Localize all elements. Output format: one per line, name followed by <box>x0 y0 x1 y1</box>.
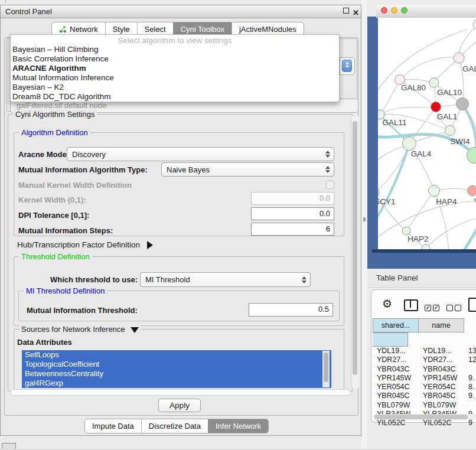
dpi-tolerance-field[interactable]: 0.0 <box>251 207 334 220</box>
float-window-button[interactable] <box>343 8 349 14</box>
which-threshold-value: MI Threshold <box>145 275 190 284</box>
sources-title-text: Sources for Network Inference <box>21 325 125 334</box>
table-row[interactable]: YPR145WYPR145W9. <box>373 374 476 383</box>
table-cell: YBR045C <box>419 392 464 400</box>
node-hap4[interactable] <box>429 185 440 197</box>
manual-kernel-checkbox[interactable] <box>326 181 334 189</box>
tab-cyni-toolbox[interactable]: Cyni Toolbox <box>173 22 232 35</box>
tab-select-label: Select <box>145 25 166 34</box>
table-row[interactable]: YDR27...YDR27...12 <box>373 356 476 364</box>
table-row[interactable]: YBR043CYBR043C <box>373 365 476 374</box>
new-table-icon[interactable] <box>468 298 476 312</box>
table-row[interactable]: YIL052CYIL052C9 <box>373 419 476 428</box>
node-gal10[interactable] <box>429 78 439 87</box>
apply-button[interactable]: Apply <box>158 399 201 412</box>
table-hscrollbar-track[interactable] <box>373 414 476 420</box>
panel-splitter[interactable] <box>361 0 367 450</box>
hidden-combo-fragment[interactable] <box>340 57 355 75</box>
tab-jactivemnodules[interactable]: jActiveMNodules <box>232 22 304 35</box>
attribute-item-gal4rgexp[interactable]: gal4RGexp <box>22 379 331 388</box>
attributes-scrollbar-thumb[interactable] <box>324 353 328 382</box>
sources-group-title[interactable]: Sources for Network Inference <box>19 325 141 334</box>
node-label-gcy1: GCY1 <box>378 197 395 206</box>
kernel-width-field[interactable]: 0.0 <box>251 192 334 205</box>
attribute-item-topologicalcoefficient[interactable]: TopologicalCoefficient <box>22 360 331 369</box>
settings-scrollbar-track[interactable] <box>351 116 358 388</box>
table-cell: YDL19... <box>419 347 464 356</box>
column-header-name[interactable]: name <box>419 318 464 332</box>
combo-stepper-icon <box>325 166 330 173</box>
table-row[interactable]: YBR045CYBR045C9. <box>373 392 476 400</box>
settings-scrollbar-thumb[interactable] <box>353 121 357 375</box>
table-cell: YDL19... <box>373 347 419 356</box>
which-threshold-combo[interactable]: MI Threshold <box>140 272 311 287</box>
dpi-tolerance-label: DPI Tolerance [0,1]: <box>18 211 89 220</box>
algorithm-item-bayesian-k2[interactable]: Bayesian – K2 <box>11 83 339 92</box>
table-cell: 9. <box>464 374 476 383</box>
table-cell: 8. <box>464 383 476 392</box>
algorithm-list: Bayesian – Hill ClimbingBasic Correlatio… <box>11 45 339 102</box>
node-top-partial[interactable] <box>473 20 476 30</box>
column-header-shared-[interactable]: shared... <box>373 318 419 332</box>
settings-hscrollbar[interactable] <box>10 389 351 396</box>
table-row[interactable]: YBL079WYBL079W <box>373 401 476 410</box>
node-gal-pink[interactable] <box>454 53 464 63</box>
tab-style[interactable]: Style <box>105 22 137 35</box>
bottom-tab-impute-data[interactable]: Impute Data <box>85 419 141 433</box>
algorithm-item-dream8-dc-tdc-algorithm[interactable]: Dream8 DC_TDC Algorithm <box>11 92 339 102</box>
attribute-item-betweennesscentrality[interactable]: BetweennessCentrality <box>22 369 331 379</box>
node-hap2[interactable] <box>402 227 410 235</box>
node-gray[interactable] <box>457 98 469 110</box>
algorithm-item-mutual-information-inference[interactable]: Mutual Information Inference <box>11 73 339 83</box>
mi-steps-label: Mutual Information Steps: <box>18 226 113 235</box>
gear-icon[interactable]: ⚙ <box>382 297 392 311</box>
node-label-gal4: GAL4 <box>411 149 432 158</box>
attributes-scrollbar-track[interactable] <box>322 351 330 387</box>
deselect-all-checks-icon[interactable] <box>446 302 463 313</box>
column-header-partial[interactable] <box>373 332 408 347</box>
attribute-item-selfloops[interactable]: SelfLoops <box>22 350 331 360</box>
table-header-row[interactable]: shared...name <box>373 318 476 347</box>
mi-threshold-field[interactable]: 0.5 <box>249 303 333 317</box>
tab-network[interactable]: Network <box>52 22 105 35</box>
node-gal4[interactable] <box>403 137 416 151</box>
network-canvas[interactable]: GALGAL80GAL10GAL11GAL1GAL4SWI4GCY1HAP4YH… <box>378 18 476 249</box>
algorithm-item-basic-correlation-inference[interactable]: Basic Correlation Inference <box>11 54 339 64</box>
network-icon <box>59 25 67 33</box>
table-row[interactable]: YER054CYER054C8. <box>373 383 476 392</box>
mi-steps-field[interactable]: 6 <box>251 223 334 236</box>
mi-type-label: Mutual Information Algorithm Type: <box>18 165 148 174</box>
table-panel-title: Table Panel <box>376 273 418 282</box>
table-row[interactable]: YDL19...YDL19...13 <box>373 347 476 356</box>
node-label-gal10: GAL10 <box>437 88 462 97</box>
table-cell: YBR043C <box>373 365 419 374</box>
algorithm-item-bayesian-hill-climbing[interactable]: Bayesian – Hill Climbing <box>11 45 339 54</box>
bottom-tab-discretize-data[interactable]: Discretize Data <box>141 419 208 433</box>
node-salmon[interactable] <box>468 186 476 196</box>
data-attributes-list[interactable]: SelfLoopsTopologicalCoefficientBetweenne… <box>22 350 331 388</box>
close-traffic-light[interactable] <box>381 7 387 14</box>
node-gal1[interactable] <box>445 126 455 136</box>
network-window-titlebar[interactable] <box>376 5 476 18</box>
columns-icon[interactable] <box>404 299 418 311</box>
table-cell: 13 <box>464 347 476 356</box>
network-graph[interactable]: GALGAL80GAL10GAL11GAL1GAL4SWI4GCY1HAP4YH… <box>378 18 476 249</box>
table-cell: YBL079W <box>419 401 464 410</box>
hub-definition-expander[interactable]: Hub/Transcription Factor Definition <box>17 240 153 249</box>
mi-threshold-label: Mutual Information Threshold: <box>27 306 138 315</box>
minimize-traffic-light[interactable] <box>391 7 397 14</box>
select-all-checks-icon[interactable]: ✓✓ <box>425 302 441 313</box>
table-hscrollbar-thumb[interactable] <box>374 415 468 419</box>
splitter-grip-icon[interactable] <box>363 217 366 221</box>
node-red[interactable] <box>431 102 441 112</box>
close-window-button[interactable]: ✕ <box>353 8 359 17</box>
bottom-tab-infer-network[interactable]: Infer Network <box>208 419 268 433</box>
aracne-mode-combo[interactable]: Discovery <box>67 147 334 161</box>
mi-type-combo[interactable]: Naive Bayes <box>161 162 334 177</box>
tab-select[interactable]: Select <box>137 22 173 35</box>
node-table[interactable]: shared...name YDL19...YDL19...13YDR27...… <box>373 318 476 428</box>
algorithm-item-aracne-algorithm[interactable]: ARACNE Algorithm <box>11 64 339 73</box>
table-cell: YPR145W <box>419 374 464 383</box>
zoom-traffic-light[interactable] <box>401 7 407 14</box>
bottom-tab-discretize-data-label: Discretize Data <box>149 422 201 431</box>
